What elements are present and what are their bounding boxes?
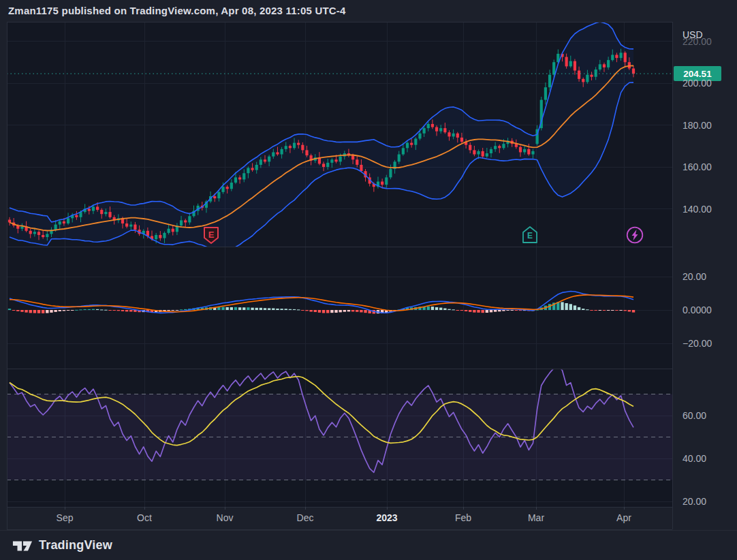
axis-tick-label: 20.00 <box>683 495 706 508</box>
tradingview-logo-icon[interactable] <box>12 539 33 553</box>
price-scale-axis: USD 204.51 220.00200.00180.00160.00140.0… <box>673 0 737 530</box>
price-chart-canvas[interactable] <box>0 0 737 560</box>
footer-bar: TradingView <box>0 530 737 560</box>
axis-tick-label: 160.00 <box>683 161 712 173</box>
axis-tick-label: −20.00 <box>683 337 712 349</box>
time-tick-label: 2023 <box>376 507 397 529</box>
earnings-past-marker[interactable]: E <box>202 226 220 244</box>
publish-header: Zman1175 published on TradingView.com, A… <box>0 0 737 21</box>
axis-tick-label: 180.00 <box>683 119 712 131</box>
axis-tick-label: 60.00 <box>683 409 706 422</box>
publish-title: Zman1175 published on TradingView.com, A… <box>8 5 346 16</box>
time-tick-label: Sep <box>57 507 74 529</box>
svg-text:E: E <box>208 230 215 240</box>
flash-marker[interactable] <box>626 226 644 244</box>
time-scale-axis: SepOctNovDec2023FebMarApr <box>0 507 672 529</box>
axis-tick-label: 140.00 <box>683 203 712 215</box>
axis-tick-label: 0.0000 <box>683 304 712 316</box>
earnings-icon: E <box>202 226 220 244</box>
axis-tick-label: 40.00 <box>683 452 706 465</box>
time-tick-label: Apr <box>616 507 631 529</box>
tradingview-brand-text[interactable]: TradingView <box>39 538 112 553</box>
axis-tick-label: 200.00 <box>683 77 712 89</box>
time-tick-label: Nov <box>217 507 234 529</box>
svg-text:E: E <box>527 231 533 240</box>
time-tick-label: Oct <box>137 507 152 529</box>
lightning-icon <box>626 226 644 244</box>
time-tick-label: Dec <box>297 507 314 529</box>
time-tick-label: Feb <box>455 507 471 529</box>
axis-tick-label: 220.00 <box>683 35 712 48</box>
earnings-icon: E <box>521 226 539 244</box>
time-tick-label: Mar <box>528 507 544 529</box>
axis-tick-label: 20.00 <box>683 270 706 283</box>
chart-region: USD 204.51 220.00200.00180.00160.00140.0… <box>0 0 737 560</box>
earnings-upcoming-marker[interactable]: E <box>521 226 539 244</box>
